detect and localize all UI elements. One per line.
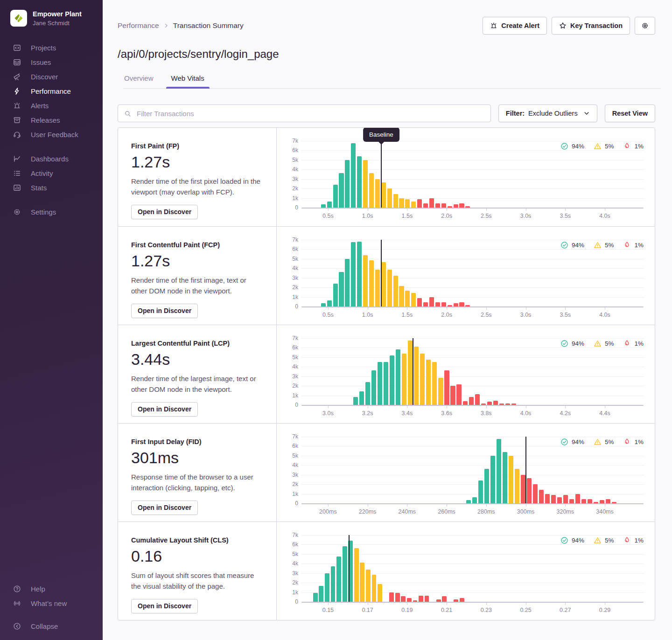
sidebar-item-releases[interactable]: Releases	[0, 113, 103, 127]
y-axis-labels: 7k6k5k4k3k2k1k0	[284, 535, 298, 603]
histogram-bar	[444, 370, 449, 405]
sidebar-item-stats[interactable]: Stats	[0, 181, 103, 195]
histogram-bar	[365, 382, 370, 405]
warning-triangle-icon	[594, 241, 602, 249]
histogram-bar	[533, 484, 538, 503]
badge-poor-value: 1%	[634, 438, 644, 445]
histogram-bar	[396, 349, 400, 405]
settings-button[interactable]	[635, 17, 655, 35]
x-axis-label: 0.23	[481, 607, 492, 613]
sidebar-item-what-s-new[interactable]: What’s new	[0, 596, 103, 611]
histogram-bar	[429, 198, 434, 208]
x-axis-tick	[368, 603, 368, 605]
sidebar-item-projects[interactable]: Projects	[0, 41, 103, 55]
x-axis-tick	[605, 406, 605, 408]
sidebar-item-help[interactable]: Help	[0, 582, 103, 596]
histogram-bar	[413, 600, 418, 602]
x-axis-label: 2.0s	[441, 213, 452, 219]
x-axis-label: 0.15	[322, 607, 334, 613]
search-input[interactable]	[136, 109, 484, 118]
histogram-plot: 3.0s3.2s3.4s3.6s3.8s4.0s4.2s4.4s	[301, 338, 644, 406]
sidebar-item-alerts[interactable]: Alerts	[0, 98, 103, 113]
histogram-bar	[423, 302, 428, 306]
histogram-bar	[460, 598, 464, 602]
histogram-bar	[551, 495, 556, 503]
histogram-bar	[478, 480, 483, 503]
x-axis-tick	[447, 209, 447, 211]
y-axis-label: 2k	[292, 579, 298, 586]
sidebar-item-settings[interactable]: Settings	[0, 205, 103, 219]
create-alert-button[interactable]: Create Alert	[483, 17, 547, 35]
badge-meh-value: 5%	[605, 438, 614, 445]
gridline	[301, 367, 644, 367]
vital-badges: 94% 5% 1%	[560, 536, 644, 544]
x-axis-label: 3.0s	[322, 410, 334, 417]
sidebar-item-dashboards[interactable]: Dashboards	[0, 152, 103, 166]
histogram-bar	[454, 599, 458, 602]
histogram-bar	[321, 204, 326, 208]
x-axis-label: 4.4s	[599, 410, 610, 417]
vital-badges: 94% 5% 1%	[560, 438, 644, 446]
user-feedback-icon	[13, 131, 21, 139]
y-axis-label: 3k	[292, 176, 298, 182]
y-axis-label: 6k	[292, 541, 298, 548]
histogram-bar	[557, 497, 562, 503]
histogram-bar	[466, 500, 471, 503]
open-in-discover-button[interactable]: Open in Discover	[131, 402, 198, 417]
open-in-discover-button[interactable]: Open in Discover	[131, 205, 198, 219]
sidebar-item-discover[interactable]: Discover	[0, 70, 103, 84]
histogram-bar	[417, 199, 422, 208]
vital-card: Cumulative Layout Shift (CLS) 0.16 Sum o…	[118, 522, 277, 620]
star-icon	[559, 22, 567, 29]
histogram-bar	[450, 386, 455, 405]
x-axis-tick	[486, 406, 487, 408]
open-in-discover-button[interactable]: Open in Discover	[131, 501, 198, 515]
tab-web-vitals[interactable]: Web Vitals	[170, 71, 205, 88]
histogram-bar	[441, 203, 446, 208]
baseline-line	[349, 535, 350, 602]
y-axis-label: 6k	[292, 246, 298, 252]
histogram-bar	[372, 575, 377, 602]
vital-badges: 94% 5% 1%	[560, 340, 644, 348]
org-name: Empower Plant	[33, 10, 82, 18]
open-in-discover-button[interactable]: Open in Discover	[131, 599, 198, 613]
sidebar-group: DashboardsActivityStats	[0, 152, 103, 195]
filter-dropdown[interactable]: Filter: Exclude Outliers	[498, 104, 597, 122]
histogram-bar	[381, 182, 386, 208]
sidebar-item-user-feedback[interactable]: User Feedback	[0, 127, 103, 142]
sidebar-item-issues[interactable]: Issues	[0, 55, 103, 70]
search-icon	[124, 110, 131, 117]
vital-value: 3.44s	[131, 350, 263, 369]
sidebar-item-label: Settings	[31, 208, 56, 216]
x-axis-label: 300ms	[517, 508, 535, 515]
histogram-bar	[419, 596, 423, 602]
histogram-bar	[411, 293, 416, 306]
sidebar-item-activity[interactable]: Activity	[0, 166, 103, 181]
x-axis-tick	[526, 406, 526, 408]
open-in-discover-label: Open in Discover	[138, 504, 191, 511]
histogram-bar	[459, 302, 464, 306]
histogram-bar	[331, 566, 336, 602]
tab-overview[interactable]: Overview	[123, 71, 154, 88]
sidebar-item-label: User Feedback	[31, 131, 78, 139]
org-switcher[interactable]: Empower Plant Jane Schmidt	[0, 0, 103, 36]
sidebar-item-performance[interactable]: Performance	[0, 84, 103, 98]
histogram-bar	[441, 302, 446, 306]
gridline	[301, 475, 644, 475]
reset-view-button[interactable]: Reset View	[605, 104, 655, 122]
flame-icon	[623, 241, 631, 249]
search-box	[118, 104, 491, 122]
histogram-bar	[351, 242, 356, 306]
settings-icon	[13, 208, 21, 216]
sidebar-item-label: Issues	[31, 58, 51, 66]
open-in-discover-button[interactable]: Open in Discover	[131, 304, 198, 318]
y-axis-labels: 7k6k5k4k3k2k1k0	[284, 141, 298, 209]
sidebar-item-label: Dashboards	[31, 155, 69, 163]
x-axis-line	[301, 306, 644, 307]
key-transaction-button[interactable]: Key Transaction	[552, 17, 630, 35]
sidebar-item-collapse[interactable]: Collapse	[0, 619, 103, 633]
breadcrumb-performance[interactable]: Performance	[118, 21, 159, 30]
filter-value: Exclude Outliers	[528, 110, 578, 117]
histogram-bar	[420, 354, 425, 405]
gridline	[301, 484, 644, 485]
